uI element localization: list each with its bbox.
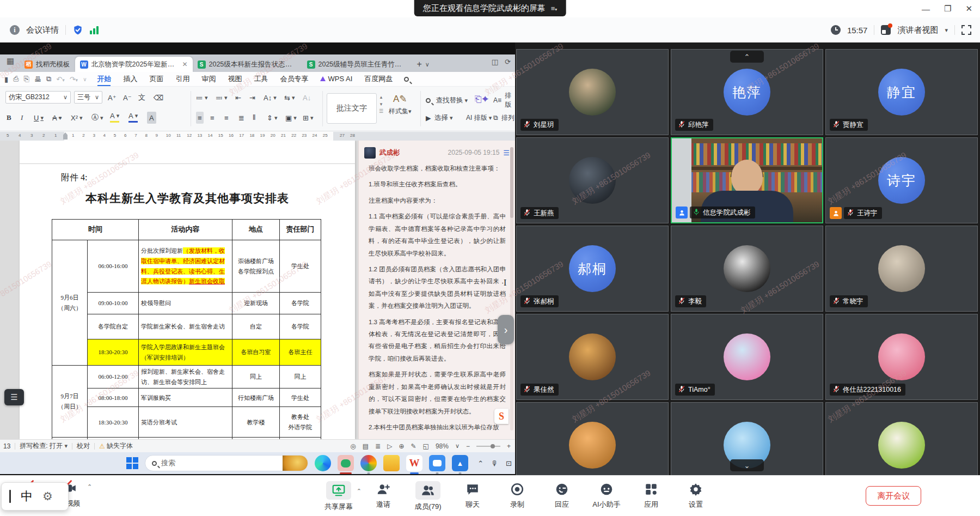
document-tab-4[interactable]: S2025级辅导员班主任青竹领航员信息 xyxy=(302,57,412,72)
proofread-button[interactable]: 校对 xyxy=(77,441,90,451)
file-icon[interactable]: ▮ xyxy=(4,75,8,83)
comment-menu-icon[interactable]: ☰ xyxy=(503,149,510,157)
view-layout-icon[interactable] xyxy=(881,25,891,35)
numbering-icon[interactable]: ≕▾ xyxy=(216,92,228,104)
distribute-icon[interactable]: ⫴ xyxy=(253,112,255,124)
comment-scrollbar[interactable] xyxy=(510,147,513,430)
toolbar-apps-button[interactable]: 应用 xyxy=(636,481,666,512)
participant-tile-佟仕喆2221310016[interactable]: 佟仕喆2221310016 xyxy=(825,314,978,400)
preview-icon[interactable]: ⧉ xyxy=(46,75,51,83)
document-tab-3[interactable]: S2025级本科新生报告状态备注.xlsx xyxy=(193,57,302,72)
zoom-chevron-icon[interactable]: ∨ xyxy=(455,442,460,450)
fit-page-icon[interactable]: ◱ xyxy=(423,442,429,450)
start-button[interactable] xyxy=(126,457,138,469)
web-view-icon[interactable]: ⊕ xyxy=(399,442,404,450)
justify-icon[interactable]: ≣ xyxy=(238,112,244,124)
font-color-icon[interactable]: A▾ xyxy=(128,111,138,123)
spell-check-toggle[interactable]: 拼写检查: 打开 ▾ xyxy=(20,441,68,451)
toolbar-members-button[interactable]: 成员(79) xyxy=(413,481,443,512)
menu-6[interactable]: 视图 xyxy=(222,72,248,86)
participant-tile-王新燕[interactable]: 王新燕 xyxy=(516,137,669,223)
arrange-button[interactable]: ⧉ 排列 xyxy=(493,112,514,124)
file-explorer-icon[interactable] xyxy=(383,455,400,471)
new-tab-button[interactable]: + xyxy=(417,59,422,69)
print-icon[interactable]: 🖶 xyxy=(34,75,41,83)
ime-settings-gear-icon[interactable]: ⚙ xyxy=(42,490,53,503)
toolbar-chat-button[interactable]: 聊天 xyxy=(457,481,488,512)
zoom-slider[interactable] xyxy=(476,446,500,447)
scroll-up-button[interactable]: ⌃ xyxy=(730,51,764,63)
zoom-level[interactable]: 98% xyxy=(436,442,449,450)
text-direction-icon[interactable]: ⇆▾ xyxy=(284,92,295,104)
network-signal-icon[interactable] xyxy=(90,26,99,34)
char-shading-icon[interactable]: A xyxy=(147,112,156,124)
chevron-down-icon[interactable]: ▾ xyxy=(945,27,948,34)
participant-tile-果佳然[interactable]: 果佳然 xyxy=(516,314,669,400)
qat-chevron-icon[interactable]: ∨ xyxy=(83,76,87,82)
ime-language-indicator[interactable]: 中 xyxy=(21,488,33,505)
style-gallery-arrows[interactable]: ▴▾☰ xyxy=(379,94,383,114)
char-effect-icon[interactable]: Ⓐ▾ xyxy=(91,112,103,124)
decrease-indent-icon[interactable]: ⇤ xyxy=(235,92,241,104)
menu-4[interactable]: 引用 xyxy=(169,72,195,86)
search-highlight-image[interactable] xyxy=(283,456,308,471)
menu-9[interactable]: WPS AI xyxy=(314,72,358,86)
clear-format-icon[interactable]: ⌫ xyxy=(154,92,163,104)
menu-1[interactable]: 开始 xyxy=(91,72,117,86)
align-center-icon[interactable]: ≡ xyxy=(210,112,215,124)
menu-3[interactable]: 页面 xyxy=(143,72,169,86)
participant-tile-hidden-14[interactable] xyxy=(825,402,978,475)
participant-tile-hidden-13[interactable]: ⌄ xyxy=(671,402,823,475)
maximize-button[interactable]: ❐ xyxy=(944,4,951,14)
select-button[interactable]: ▶ 选择▾ xyxy=(426,112,453,124)
highlight-color-icon[interactable]: A▾ xyxy=(110,111,119,123)
font-name-select[interactable]: 仿宋_GB2312∨ xyxy=(5,91,71,104)
increase-indent-icon[interactable]: ⇥ xyxy=(249,92,255,104)
participant-tile-信息学院武成彬[interactable]: 信息学院武成彬 xyxy=(671,137,823,223)
align-right-icon[interactable]: ≡ xyxy=(224,112,229,124)
toolbar-reaction-button[interactable]: 回应 xyxy=(547,481,577,512)
menu-10[interactable]: 百度网盘 xyxy=(358,72,399,86)
zoom-in-icon[interactable]: + xyxy=(507,442,511,450)
camera-options-chevron-icon[interactable]: ⌃ xyxy=(87,483,92,490)
meeting-details-button[interactable]: 会议详情 xyxy=(26,25,59,35)
ai-layout-button[interactable]: AI 排版▾ xyxy=(466,112,492,124)
bold-icon[interactable]: B xyxy=(7,112,11,124)
eye-protect-icon[interactable]: ◎ xyxy=(350,442,356,450)
page-view-icon[interactable]: ▤ xyxy=(363,442,369,450)
font-size-select[interactable]: 三号∨ xyxy=(74,91,102,104)
docs-app-icon[interactable]: ▲ xyxy=(452,455,468,471)
line-spacing-icon[interactable]: ⇕▾ xyxy=(267,112,277,124)
document-tab-1[interactable]: 稻找稻壳模板 xyxy=(20,57,75,72)
tab-close-icon[interactable]: ✕ xyxy=(182,60,187,68)
participant-tile-王诗宇[interactable]: 诗宇王诗宇 xyxy=(825,137,978,223)
fullscreen-icon[interactable] xyxy=(961,25,971,35)
participant-tile-TiAmo°[interactable]: TiAmo° xyxy=(671,314,823,400)
share-options-chevron-icon[interactable]: ⌃ xyxy=(357,488,362,495)
split-window-icon[interactable]: ◫ xyxy=(492,58,498,66)
decrease-font-icon[interactable]: A⁻ xyxy=(123,92,132,104)
toolbar-settings-button[interactable]: 设置 xyxy=(681,481,711,512)
export-icon[interactable]: ⎘ xyxy=(24,75,29,83)
document-tab-2[interactable]: W北京物资学院2025年迎新工作方…✕ xyxy=(75,57,193,72)
shading-icon[interactable]: ▣▾ xyxy=(285,112,297,124)
participant-tile-常晓宇[interactable]: 常晓宇 xyxy=(825,226,978,312)
browser-icon[interactable] xyxy=(360,455,377,471)
missing-font-warning[interactable]: 缺失字体 xyxy=(107,441,133,451)
undo-icon[interactable]: ↶▾ xyxy=(56,75,64,83)
sort-icon[interactable]: A↓ xyxy=(303,92,311,104)
ai-layout-icon[interactable]: ⎗✦ xyxy=(475,93,489,105)
menu-7[interactable]: 工具 xyxy=(248,72,274,86)
view-mode-selector[interactable]: 演讲者视图 xyxy=(897,25,938,35)
play-view-icon[interactable]: ▷ xyxy=(387,442,392,450)
ruler[interactable]: 5432112345678910111213141516171819202122… xyxy=(0,132,515,141)
close-button[interactable]: ✕ xyxy=(965,4,972,14)
redo-icon[interactable]: ↷▾ xyxy=(70,75,78,83)
underline-icon[interactable]: U▾ xyxy=(34,112,44,124)
meeting-app-icon[interactable] xyxy=(429,455,445,471)
char-scale-icon[interactable]: A↕▾ xyxy=(264,92,277,104)
style-set-button[interactable]: A✎ 样式集▾ xyxy=(389,93,412,116)
ime-widget[interactable]: 中 ⚙ xyxy=(1,482,69,511)
menu-5[interactable]: 审阅 xyxy=(195,72,222,86)
participant-tile-刘星玥[interactable]: 刘星玥 xyxy=(516,49,669,135)
